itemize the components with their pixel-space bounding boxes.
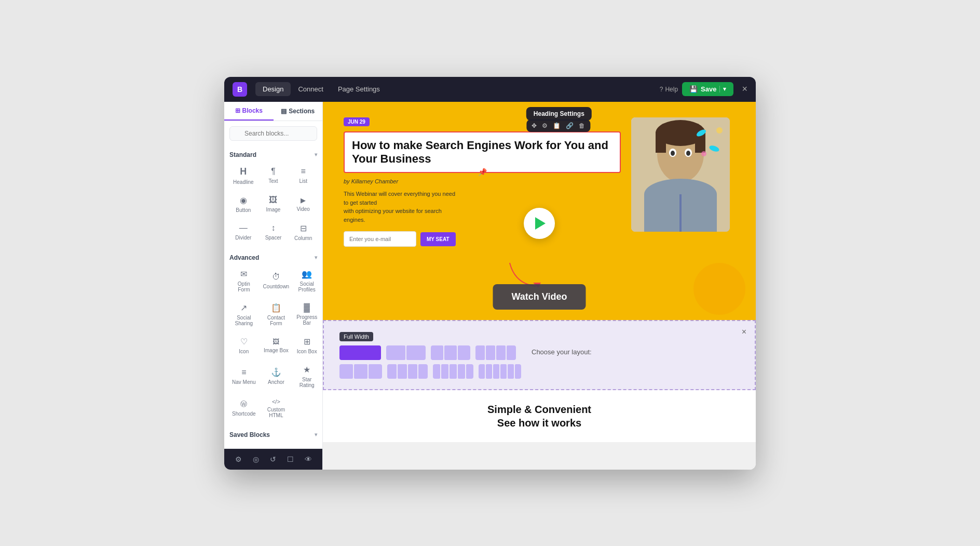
block-contact-form[interactable]: 📋 Contact Form [261,298,292,330]
layout-col [441,364,448,379]
block-star-rating[interactable]: ★ Star Rating [294,360,320,392]
layout-option-quarter[interactable] [475,345,516,360]
block-icon[interactable]: ♡ Icon [229,332,258,358]
block-progress-bar[interactable]: ▓ Progress Bar [294,298,320,330]
block-list[interactable]: ≡ List [289,162,317,189]
eye-bottom-icon[interactable]: 👁 [303,453,314,465]
icon-box-icon: ⊞ [304,337,310,347]
move-icon[interactable]: ✥ [532,122,537,129]
watch-video-button[interactable]: Watch Video [493,284,586,310]
block-column[interactable]: ⊟ Column [289,219,317,245]
layout-col [431,345,443,360]
layout-col [507,345,516,360]
layout-col [418,364,428,379]
block-video[interactable]: ▶ Video [289,191,317,217]
delete-icon[interactable]: 🗑 [579,122,585,129]
layout-option-half[interactable] [386,345,426,360]
nav-page-settings[interactable]: Page Settings [331,82,387,96]
block-divider[interactable]: — Divider [229,219,257,245]
block-social-sharing[interactable]: ↗ Social Sharing [229,298,258,330]
top-nav: Design Connect Page Settings [255,82,387,96]
countdown-icon: ⏱ [272,272,280,282]
layout-col [466,364,473,379]
heading-settings-toolbar: ✥ ⚙ 📋 🔗 🗑 [526,119,590,132]
layout-chooser-close[interactable]: × [742,327,746,337]
top-bar: B Design Connect Page Settings ? Help 💾 … [224,77,756,102]
tab-sections[interactable]: ▤ Sections [274,102,323,121]
blocks-icon: ⊞ [235,107,240,114]
layout-option-3col[interactable] [339,364,382,379]
layout-option-6col[interactable] [479,364,521,379]
play-triangle-icon [535,217,546,230]
sidebar-tabs: ⊞ Blocks ▤ Sections [224,102,322,121]
advanced-section-header[interactable]: Advanced ▾ [229,249,317,264]
layout-grid [339,345,521,379]
bottom-title: Simple & Convenient See how it works [335,403,743,430]
text-icon: ¶ [271,167,276,176]
globe-bottom-icon[interactable]: ◎ [251,453,261,465]
layout-option-4col-small[interactable] [387,364,428,379]
svg-rect-6 [656,132,666,153]
device-bottom-icon[interactable]: ☐ [285,453,296,465]
standard-section-header[interactable]: Standard ▾ [229,146,317,162]
play-button[interactable] [524,208,555,239]
block-optin-form[interactable]: ✉ Optin Form [229,264,258,296]
layout-chooser: × Full Width [323,320,756,390]
block-social-profiles[interactable]: 👥 Social Profiles [294,264,320,296]
advanced-blocks-grid: ✉ Optin Form ⏱ Countdown 👥 Social Profil… [229,264,317,426]
layout-col [479,364,485,379]
gear-icon[interactable]: ⚙ [542,122,548,129]
svg-point-13 [696,128,707,138]
progress-bar-icon: ▓ [304,303,310,312]
block-nav-menu[interactable]: ≡ Nav Menu [229,360,258,392]
advanced-section: Advanced ▾ ✉ Optin Form ⏱ Countdown 👥 So… [224,249,322,426]
save-dropdown-arrow[interactable]: ▾ [719,86,726,92]
layout-option-full[interactable] [339,345,381,360]
help-button[interactable]: ? Help [660,86,678,93]
tab-blocks[interactable]: ⊞ Blocks [224,102,274,121]
svg-point-11 [686,151,690,156]
block-image[interactable]: 🖼 Image [260,191,288,217]
block-spacer[interactable]: ↕ Spacer [260,219,288,245]
svg-point-15 [716,127,723,134]
nav-design[interactable]: Design [255,82,291,96]
block-text[interactable]: ¶ Text [260,162,288,189]
block-countdown[interactable]: ⏱ Countdown [261,264,292,296]
undo-bottom-icon[interactable]: ↺ [268,453,278,465]
app-logo: B [233,82,247,97]
icon-block-icon: ♡ [240,337,248,347]
nav-connect[interactable]: Connect [291,82,330,96]
copy-icon[interactable]: 📋 [553,122,561,129]
canvas-area: Heading Settings ✥ ⚙ 📋 🔗 🗑 JUN 29 How to… [323,102,756,470]
link-icon[interactable]: 🔗 [566,122,574,129]
block-anchor[interactable]: ⚓ Anchor [261,360,292,392]
help-icon: ? [660,86,663,93]
block-icon-box[interactable]: ⊞ Icon Box [294,332,320,358]
layout-col [496,345,506,360]
search-input[interactable] [229,126,317,141]
block-custom-html[interactable]: </> Custom HTML [261,394,292,422]
settings-bottom-icon[interactable]: ⚙ [233,453,244,465]
watch-video-wrapper: Watch Video [493,284,586,310]
decorative-blobs [693,123,725,164]
block-shortcode[interactable]: Ⓦ Shortcode [229,394,258,422]
layout-left: Full Width [339,331,521,379]
standard-section: Standard ▾ H Headline ¶ Text ≡ List [224,146,322,249]
block-button[interactable]: ◉ Button [229,191,257,217]
date-badge: JUN 29 [344,117,370,126]
hero-description: This Webinar will cover everything you n… [344,190,458,224]
layout-option-5col[interactable] [433,364,473,379]
layout-option-third[interactable] [431,345,470,360]
saved-blocks-header[interactable]: Saved Blocks ▾ [229,426,317,442]
my-seat-button[interactable]: MY SEAT [420,232,456,246]
block-headline[interactable]: H Headline [229,162,257,189]
hero-author: by Killarney Chamber [344,178,621,184]
email-input[interactable] [344,231,416,247]
title-pin-icon: 📌 [478,168,487,176]
layout-col [458,345,470,360]
standard-chevron: ▾ [315,152,317,157]
sidebar: ⊞ Blocks ▤ Sections 🔍 Standard ▾ [224,102,323,470]
save-button[interactable]: 💾 Save ▾ [682,82,733,96]
close-button[interactable]: × [742,84,747,95]
block-image-box[interactable]: 🖼 Image Box [261,332,292,358]
